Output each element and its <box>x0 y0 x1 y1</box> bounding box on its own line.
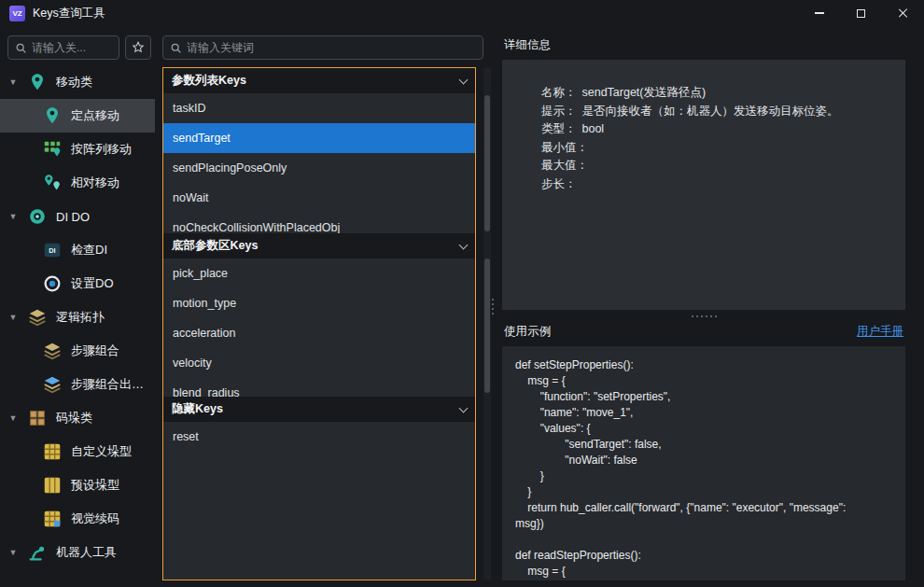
sidebar-item-custom-pallet[interactable]: 自定义垛型 <box>0 435 155 468</box>
double-pin-icon <box>41 172 63 194</box>
sidebar-item-step-group[interactable]: 步骤组合 <box>0 334 155 368</box>
check-di-icon: DI <box>41 239 63 261</box>
key-item-selected[interactable]: sendTarget <box>163 123 475 153</box>
sidebar-group-label: 移动类 <box>56 74 92 91</box>
set-do-icon <box>41 273 63 295</box>
close-button[interactable] <box>882 0 924 26</box>
pallet-boxes-icon <box>26 407 49 429</box>
sidebar-item-array-move[interactable]: 按阵列移动 <box>0 133 155 166</box>
sidebar-item-check-di[interactable]: DI 检查DI <box>0 233 155 267</box>
titlebar: VZ Keys查询工具 <box>0 0 924 26</box>
sidebar-item-label: 步骤组合 <box>71 342 119 359</box>
key-item[interactable]: acceleration <box>163 318 475 348</box>
vertical-splitter-handle[interactable] <box>492 299 494 314</box>
sidebar-item-step-group-out[interactable]: 步骤组合出… <box>0 368 155 401</box>
key-item[interactable]: noWait <box>163 183 475 213</box>
sidebar-group-label: 机器人工具 <box>56 544 117 561</box>
key-item[interactable]: taskID <box>163 93 475 123</box>
scrollbar-thumb[interactable] <box>484 259 490 393</box>
app-icon: VZ <box>9 6 25 21</box>
sidebar-search-input[interactable] <box>32 41 112 54</box>
window-controls <box>798 0 924 26</box>
key-item[interactable]: blend_radius <box>163 378 475 397</box>
field-value: sendTarget(发送路径点) <box>582 84 707 103</box>
sidebar-group-label: 码垛类 <box>56 410 92 426</box>
favorites-button[interactable] <box>125 35 151 60</box>
chevron-down-icon[interactable]: ▼ <box>7 548 19 557</box>
io-ring-icon <box>26 205 49 228</box>
category-sidebar: ▼ 移动类 定点移动 按阵列移动 相对移动 ▼ DI DO <box>0 26 155 587</box>
star-icon <box>132 41 145 54</box>
sidebar-item-vision-pallet[interactable]: 视觉续码 <box>0 502 155 536</box>
sidebar-item-set-do[interactable]: 设置DO <box>0 267 155 300</box>
detail-field-name: 名称： sendTarget(发送路径点) <box>541 84 894 103</box>
sidebar-group-move[interactable]: ▼ 移动类 <box>0 65 155 99</box>
grid-array-icon <box>41 138 63 161</box>
sidebar-group-label: DI DO <box>56 210 90 224</box>
close-icon <box>898 7 909 19</box>
section-title: 参数列表Keys <box>172 73 246 89</box>
field-label: 名称： <box>541 84 577 103</box>
section-header-hidden-keys[interactable]: 隐藏Keys <box>163 397 475 422</box>
sidebar-group-dido[interactable]: ▼ DI DO <box>0 200 155 233</box>
chevron-down-icon <box>459 75 469 84</box>
layers-icon <box>41 340 63 362</box>
details-box: 名称： sendTarget(发送路径点) 提示： 是否向接收者（如：机器人）发… <box>502 60 905 310</box>
user-manual-link[interactable]: 用户手册 <box>857 324 903 340</box>
vision-pallet-icon <box>41 508 63 530</box>
main-content: ▼ 移动类 定点移动 按阵列移动 相对移动 ▼ DI DO <box>0 26 924 587</box>
horizontal-splitter-handle[interactable] <box>502 310 905 323</box>
sidebar-toolbar <box>0 26 155 65</box>
sidebar-item-label: 步骤组合出… <box>71 376 144 393</box>
svg-text:DI: DI <box>49 246 55 255</box>
section-items: pick_place motion_type acceleration velo… <box>163 259 475 397</box>
sidebar-item-label: 按阵列移动 <box>71 141 132 158</box>
detail-field-step: 步长： <box>541 175 894 194</box>
section-items: taskID sendTarget sendPlacingPoseOnly no… <box>163 93 475 233</box>
scrollbar-thumb[interactable] <box>484 95 490 231</box>
keys-search[interactable] <box>162 35 483 60</box>
sidebar-search[interactable] <box>7 35 119 60</box>
sidebar-item-label: 定点移动 <box>71 107 119 124</box>
robot-arm-icon <box>26 541 49 564</box>
chevron-down-icon[interactable]: ▼ <box>7 212 19 221</box>
location-pin-icon <box>41 105 63 127</box>
minimize-button[interactable] <box>798 0 840 26</box>
sidebar-item-label: 视觉续码 <box>71 510 119 527</box>
sidebar-item-relative-move[interactable]: 相对移动 <box>0 166 155 200</box>
sidebar-group-robot-tools[interactable]: ▼ 机器人工具 <box>0 536 155 569</box>
key-item[interactable]: velocity <box>163 348 475 378</box>
example-title: 使用示例 <box>504 324 551 340</box>
window-title: Keys查询工具 <box>33 6 105 21</box>
detail-field-max: 最大值： <box>541 157 894 175</box>
sidebar-item-preset-pallet[interactable]: 预设垛型 <box>0 468 155 502</box>
field-label: 最大值： <box>541 157 588 175</box>
key-item[interactable]: sendPlacingPoseOnly <box>163 153 475 183</box>
chevron-down-icon <box>459 240 469 249</box>
search-icon <box>15 42 27 54</box>
layers-out-icon <box>41 373 63 396</box>
chevron-down-icon[interactable]: ▼ <box>7 77 19 87</box>
chevron-down-icon[interactable]: ▼ <box>7 413 19 423</box>
chevron-down-icon <box>459 403 469 412</box>
keys-scrollbar[interactable] <box>483 67 491 580</box>
key-item[interactable]: noCheckCollisionWithPlacedObj <box>163 213 475 233</box>
keys-search-input[interactable] <box>187 41 476 54</box>
sidebar-group-logic-topology[interactable]: ▼ 逻辑拓扑 <box>0 300 155 334</box>
section-items: reset <box>163 422 475 580</box>
field-value: 是否向接收者（如：机器人）发送移动目标位姿。 <box>582 103 839 121</box>
detail-field-min: 最小值： <box>541 139 894 158</box>
key-item[interactable]: motion_type <box>163 288 475 318</box>
sidebar-item-fixed-point-move[interactable]: 定点移动 <box>0 99 155 133</box>
sidebar-item-label: 相对移动 <box>71 175 119 191</box>
keys-list: 参数列表Keys taskID sendTarget sendPlacingPo… <box>162 67 476 580</box>
detail-panel: 详细信息 名称： sendTarget(发送路径点) 提示： 是否向接收者（如：… <box>495 26 924 587</box>
custom-pallet-icon <box>41 440 63 463</box>
key-item[interactable]: pick_place <box>163 259 475 288</box>
maximize-button[interactable] <box>840 0 882 26</box>
sidebar-group-palletizing[interactable]: ▼ 码垛类 <box>0 401 155 435</box>
chevron-down-icon[interactable]: ▼ <box>7 313 19 322</box>
section-header-parameter-keys[interactable]: 参数列表Keys <box>163 68 475 93</box>
key-item[interactable]: reset <box>163 422 475 452</box>
section-header-bottom-parameter-keys[interactable]: 底部参数区Keys <box>163 233 475 259</box>
